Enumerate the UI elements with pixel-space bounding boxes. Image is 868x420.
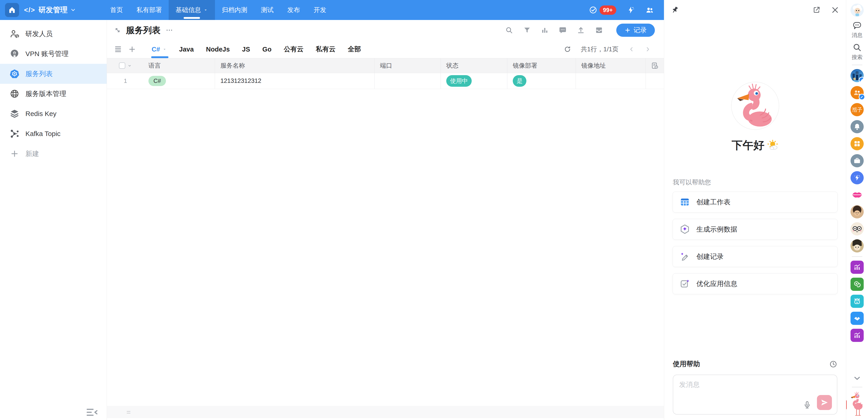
view-tab-public-cloud[interactable]: 公有云 bbox=[278, 40, 310, 58]
nav-item-release[interactable]: 发布 bbox=[280, 0, 307, 20]
upload-icon[interactable] bbox=[577, 26, 585, 34]
sidebar-new-table-button[interactable]: 新建 bbox=[0, 144, 107, 164]
column-header-status[interactable]: 状态 bbox=[441, 58, 507, 73]
language-pill[interactable]: C# bbox=[149, 76, 166, 86]
members-icon[interactable] bbox=[645, 6, 654, 14]
chevron-down-icon[interactable] bbox=[852, 374, 862, 383]
sidebar-item-service-list[interactable]: 服务列表 bbox=[0, 64, 107, 84]
sidebar-item-kafka-topic[interactable]: Kafka Topic bbox=[0, 124, 107, 144]
workspace-column: </> 研发管理 首页 私有部署 基础信息 归档内测 测试 发布 开发 bbox=[0, 0, 664, 420]
service-name-cell[interactable]: 121312312312 bbox=[215, 73, 374, 89]
view-tab-csharp[interactable]: C# bbox=[146, 40, 173, 58]
app-icon-partnership[interactable] bbox=[850, 312, 864, 325]
status-cell[interactable]: 使用中 bbox=[441, 73, 507, 89]
app-icon-report[interactable] bbox=[850, 329, 864, 342]
home-button[interactable] bbox=[5, 3, 19, 17]
user-avatar[interactable] bbox=[850, 4, 864, 17]
nav-item-home[interactable]: 首页 bbox=[103, 0, 130, 20]
messages-button[interactable]: 消息 bbox=[851, 21, 863, 39]
refresh-icon[interactable] bbox=[564, 46, 571, 53]
row-detail-config-icon[interactable] bbox=[646, 58, 664, 73]
search-icon[interactable] bbox=[505, 26, 513, 34]
messages-label: 消息 bbox=[851, 32, 863, 39]
select-all-checkbox[interactable] bbox=[119, 62, 125, 69]
chevron-left-icon[interactable] bbox=[628, 46, 635, 53]
sidebar-item-redis-key[interactable]: Redis Key bbox=[0, 104, 107, 124]
chevron-right-icon[interactable] bbox=[644, 46, 651, 53]
notifications-bell-button[interactable] bbox=[850, 120, 864, 133]
row-height-handle[interactable]: = bbox=[126, 408, 131, 416]
comment-icon[interactable] bbox=[559, 26, 567, 34]
microphone-icon[interactable] bbox=[803, 400, 811, 409]
dev-person-icon bbox=[9, 29, 20, 39]
chevron-down-icon[interactable] bbox=[127, 63, 132, 68]
app-avatar-city[interactable] bbox=[850, 69, 864, 82]
action-generate-sample-data[interactable]: 生成示例数据 bbox=[673, 219, 838, 240]
pin-icon[interactable] bbox=[671, 6, 679, 14]
lips-sticker[interactable] bbox=[850, 188, 864, 201]
app-icon-robot[interactable] bbox=[850, 295, 864, 308]
view-tab-nodejs[interactable]: NodeJs bbox=[200, 40, 236, 58]
view-list-icon[interactable] bbox=[114, 46, 122, 53]
view-tab-go[interactable]: Go bbox=[256, 40, 278, 58]
automation-bolt-icon[interactable] bbox=[627, 6, 635, 14]
collapse-sidebar-icon[interactable] bbox=[86, 408, 98, 417]
apps-grid-button[interactable] bbox=[850, 137, 864, 150]
graph-icon bbox=[9, 129, 20, 139]
send-button[interactable] bbox=[817, 395, 832, 410]
view-tab-private-cloud[interactable]: 私有云 bbox=[310, 40, 342, 58]
expand-diagonal-icon[interactable] bbox=[114, 26, 121, 34]
column-header-service-name[interactable]: 服务名称 bbox=[215, 58, 374, 73]
table-row[interactable]: 1 C# 121312312312 使用中 是 bbox=[107, 73, 664, 89]
app-switcher-chevron-down-icon[interactable] bbox=[70, 7, 76, 13]
app-avatar-team[interactable] bbox=[850, 86, 864, 99]
history-clock-icon[interactable] bbox=[829, 360, 837, 368]
message-input[interactable] bbox=[673, 375, 837, 414]
action-optimize-app-info[interactable]: 优化应用信息 bbox=[673, 273, 838, 294]
more-options-icon[interactable] bbox=[165, 26, 173, 34]
column-header-image-deploy[interactable]: 镜像部署 bbox=[507, 58, 576, 73]
column-header-language[interactable]: 语言 bbox=[144, 62, 161, 70]
action-create-record[interactable]: 创建记录 bbox=[673, 246, 838, 267]
view-tab-all[interactable]: 全部 bbox=[342, 40, 367, 58]
nav-item-archive-beta[interactable]: 归档内测 bbox=[215, 0, 254, 20]
workbench-briefcase-button[interactable] bbox=[850, 154, 864, 167]
search-button[interactable]: 搜索 bbox=[851, 43, 863, 61]
archive-box-icon[interactable] bbox=[595, 26, 603, 34]
app-icon-finance[interactable] bbox=[850, 278, 864, 291]
close-icon[interactable] bbox=[831, 6, 839, 14]
nav-item-develop[interactable]: 开发 bbox=[307, 0, 333, 20]
nav-item-test[interactable]: 测试 bbox=[254, 0, 280, 20]
column-header-port[interactable]: 端口 bbox=[374, 58, 441, 73]
sidebar-item-vpn[interactable]: VPN 账号管理 bbox=[0, 44, 107, 64]
flamingo-mascot[interactable] bbox=[848, 391, 866, 418]
contact-avatar-glasses[interactable] bbox=[850, 222, 864, 235]
open-in-new-icon[interactable] bbox=[812, 6, 820, 14]
port-cell[interactable] bbox=[374, 73, 441, 89]
top-app-bar: </> 研发管理 首页 私有部署 基础信息 归档内测 测试 发布 开发 bbox=[0, 0, 664, 20]
chart-icon[interactable] bbox=[541, 26, 549, 34]
column-header-image-address[interactable]: 镜像地址 bbox=[576, 58, 646, 73]
contact-avatar-baby[interactable] bbox=[850, 205, 864, 218]
add-view-icon[interactable] bbox=[128, 46, 136, 53]
automation-bolt-button[interactable] bbox=[850, 171, 864, 184]
app-icon-analytics[interactable] bbox=[850, 261, 864, 274]
contact-avatar-name[interactable]: 湉子 bbox=[850, 103, 864, 116]
add-record-button[interactable]: 记录 bbox=[616, 24, 655, 37]
sidebar-item-service-version[interactable]: 服务版本管理 bbox=[0, 84, 107, 104]
chevron-down-icon bbox=[162, 47, 167, 52]
tasks-button[interactable]: 99+ bbox=[589, 5, 616, 15]
view-tab-java[interactable]: Java bbox=[173, 40, 200, 58]
sidebar-item-dev-person[interactable]: 研发人员 bbox=[0, 24, 107, 44]
image-address-cell[interactable] bbox=[576, 73, 646, 89]
filter-icon[interactable] bbox=[523, 26, 531, 34]
vpn-icon bbox=[9, 49, 20, 59]
image-deploy-cell[interactable]: 是 bbox=[507, 73, 576, 89]
action-create-sheet[interactable]: 创建工作表 bbox=[673, 191, 838, 212]
nav-item-basic-info[interactable]: 基础信息 bbox=[169, 0, 215, 20]
data-grid: 语言 服务名称 端口 状态 镜像部署 镜像地址 1 C# 1 bbox=[107, 58, 664, 89]
pencil-sparkle-icon bbox=[680, 251, 690, 262]
view-tab-js[interactable]: JS bbox=[236, 40, 256, 58]
contact-avatar-panda-cat[interactable] bbox=[850, 239, 864, 252]
nav-item-private-deploy[interactable]: 私有部署 bbox=[130, 0, 169, 20]
